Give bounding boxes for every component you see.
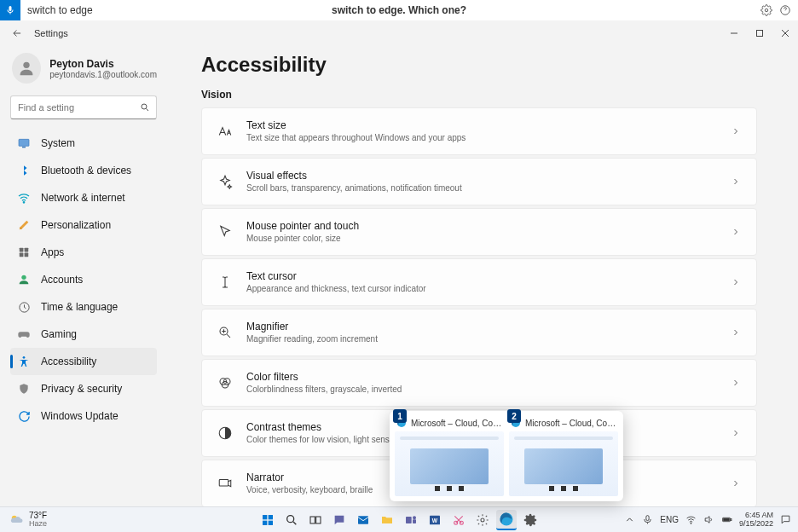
close-button[interactable] <box>772 20 798 46</box>
card-text-size[interactable]: Text sizeText size that appears througho… <box>201 107 757 155</box>
language-indicator[interactable]: ENG <box>660 515 679 524</box>
sidebar-item-update[interactable]: Windows Update <box>10 402 157 430</box>
card-title: Text cursor <box>246 270 731 284</box>
microphone-icon[interactable] <box>642 514 653 525</box>
settings-tb[interactable] <box>472 510 493 530</box>
volume-icon[interactable] <box>703 514 714 525</box>
chat-icon-tb[interactable] <box>329 510 350 530</box>
card-mouse-pointer[interactable]: Mouse pointer and touchMouse pointer col… <box>201 208 757 256</box>
notifications-icon[interactable] <box>780 514 791 525</box>
sidebar-item-label: System <box>41 137 75 149</box>
edge-icon <box>499 512 514 527</box>
shield-icon <box>18 383 30 395</box>
gear-icon <box>523 513 537 527</box>
close-icon <box>781 29 789 38</box>
person-icon <box>17 273 31 286</box>
back-arrow-icon <box>11 27 23 39</box>
card-desc: Appearance and thickness, text cursor in… <box>246 283 731 294</box>
edge-tb[interactable] <box>496 510 517 530</box>
chevron-up-icon[interactable] <box>624 514 635 525</box>
card-desc: Scroll bars, transparency, animations, n… <box>246 182 731 194</box>
card-desc: Magnifier reading, zoom increment <box>246 333 731 344</box>
svg-point-41 <box>481 518 484 522</box>
task-view[interactable] <box>305 510 326 530</box>
svg-rect-31 <box>310 517 315 523</box>
card-text-cursor[interactable]: Text cursorAppearance and thickness, tex… <box>201 258 757 306</box>
svg-point-35 <box>413 516 416 519</box>
sidebar-item-network[interactable]: Network & internet <box>10 184 157 211</box>
sidebar-item-gaming[interactable]: Gaming <box>10 321 157 348</box>
search-input[interactable] <box>10 95 157 119</box>
sidebar-item-system[interactable]: System <box>10 130 157 157</box>
card-magnifier[interactable]: MagnifierMagnifier reading, zoom increme… <box>201 309 757 356</box>
svg-rect-32 <box>316 517 321 523</box>
chevron-right-icon <box>731 277 741 287</box>
preview-item-2[interactable]: 2 Microsoft – Cloud, Computers, ... <box>509 416 618 496</box>
taskbar-clock[interactable]: 6:45 AM 9/15/2022 <box>739 512 773 529</box>
outlook-tb[interactable] <box>353 510 373 530</box>
mouse-pointer-icon <box>217 224 233 240</box>
svg-point-30 <box>287 515 294 522</box>
sidebar-item-bluetooth[interactable]: Bluetooth & devices <box>10 157 157 184</box>
chevron-right-icon <box>731 378 741 388</box>
sidebar-item-accessibility[interactable]: Accessibility <box>10 348 157 375</box>
voice-button[interactable] <box>0 0 20 20</box>
minimize-icon <box>730 29 738 38</box>
svg-rect-34 <box>406 517 412 523</box>
teams-tb[interactable] <box>401 510 421 530</box>
chevron-right-icon <box>731 327 741 338</box>
settings-gear-tb[interactable] <box>520 510 541 530</box>
svg-rect-12 <box>25 253 29 257</box>
taskbar-weather[interactable]: 73°F Haze <box>0 512 47 528</box>
chevron-right-icon <box>731 176 741 187</box>
search-wrap <box>10 95 157 119</box>
sidebar-item-privacy[interactable]: Privacy & security <box>10 375 157 402</box>
preview-thumb <box>509 431 618 496</box>
avatar <box>12 53 41 84</box>
sidebar-item-apps[interactable]: Apps <box>10 239 157 266</box>
card-title: Mouse pointer and touch <box>246 220 731 234</box>
explorer-icon <box>380 513 394 527</box>
sidebar-item-time[interactable]: Time & language <box>10 293 157 321</box>
explorer-tb[interactable] <box>377 510 397 530</box>
word-icon: W <box>428 513 442 527</box>
card-visual-effects[interactable]: Visual effectsScroll bars, transparency,… <box>201 158 757 205</box>
svg-rect-11 <box>20 253 24 257</box>
window-controls <box>721 20 798 46</box>
card-desc: Mouse pointer color, size <box>246 233 731 244</box>
edge-window-preview: 1 Microsoft – Cloud, Computers, ... 2 Mi… <box>390 411 623 501</box>
snip-tb[interactable] <box>448 510 469 530</box>
narrator-icon <box>217 476 233 491</box>
battery-icon[interactable] <box>721 514 732 525</box>
card-color-filters[interactable]: Color filtersColorblindness filters, gra… <box>201 359 757 407</box>
svg-point-8 <box>23 202 24 203</box>
back-button[interactable] <box>10 26 24 40</box>
start-button[interactable] <box>257 510 278 530</box>
profile[interactable]: Peyton Davis peytondavis.1@outlook.com <box>10 53 157 84</box>
voice-prompt: switch to edge. Which one? <box>332 4 466 16</box>
minimize-button[interactable] <box>721 20 747 46</box>
svg-rect-10 <box>25 248 29 252</box>
taskbar-search[interactable] <box>281 510 302 530</box>
wifi-icon[interactable] <box>685 514 697 525</box>
task-view-icon <box>309 513 322 527</box>
section-title-vision: Vision <box>201 89 757 101</box>
word-tb[interactable]: W <box>425 510 445 530</box>
svg-point-13 <box>21 275 26 280</box>
maximize-button[interactable] <box>747 20 772 46</box>
svg-rect-27 <box>269 515 273 519</box>
gear-icon[interactable] <box>760 4 772 16</box>
sidebar-item-label: Accessibility <box>41 356 96 367</box>
help-icon[interactable] <box>779 4 791 16</box>
svg-rect-5 <box>19 139 29 146</box>
wifi-icon <box>17 191 31 205</box>
sidebar-item-accounts[interactable]: Accounts <box>10 266 157 293</box>
microphone-icon <box>5 5 15 15</box>
sidebar-item-label: Personalization <box>41 219 111 231</box>
preview-item-1[interactable]: 1 Microsoft – Cloud, Computers, ... <box>395 416 504 496</box>
sparkle-icon <box>217 174 233 189</box>
sidebar-item-personalization[interactable]: Personalization <box>10 211 157 239</box>
sidebar-item-label: Apps <box>41 246 64 258</box>
svg-rect-47 <box>731 518 732 520</box>
sidebar-item-label: Gaming <box>41 328 77 340</box>
